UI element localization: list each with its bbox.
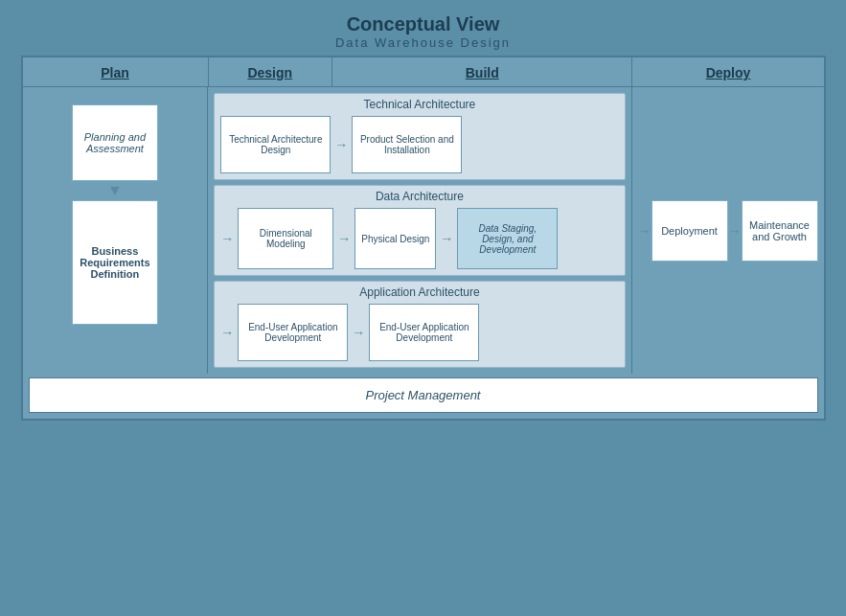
phase-build: Build	[332, 57, 632, 86]
main-title: Conceptual View	[335, 13, 511, 35]
arrow-data-2: →	[440, 231, 453, 246]
technical-architecture-panel: Technical Architecture Technical Archite…	[214, 93, 625, 180]
arrow-app-in: →	[220, 325, 234, 340]
data-architecture-title: Data Architecture	[220, 190, 618, 203]
arrow-deploy-in: →	[638, 223, 652, 239]
product-selection-box: Product Selection and Installation	[352, 116, 462, 173]
maintenance-box: Maintenance and Growth	[742, 200, 818, 262]
business-requirements-box: Business Requirements Definition	[72, 200, 158, 325]
phase-plan: Plan	[23, 57, 209, 86]
end-user-dev-box-1: End-User Application Development	[238, 304, 348, 361]
deployment-box: Deployment	[652, 200, 728, 262]
dimensional-modeling-box: Dimensional Modeling	[238, 208, 333, 269]
arrow-app-1: →	[352, 325, 365, 340]
application-architecture-title: Application Architecture	[220, 285, 618, 299]
arrow-deploy-1: →	[728, 223, 742, 239]
application-architecture-row: → End-User Application Development → End…	[220, 304, 618, 361]
arrow-data-in: →	[220, 231, 234, 246]
down-arrow-plan: ▼	[107, 183, 123, 198]
phase-design: Design	[209, 57, 332, 86]
application-architecture-panel: Application Architecture → End-User Appl…	[214, 281, 625, 368]
page-title: Conceptual View Data Warehouse Design	[335, 13, 511, 50]
phase-header-row: Plan Design Build Deploy	[23, 57, 824, 87]
physical-design-box: Physical Design	[354, 208, 436, 269]
main-diagram: Plan Design Build Deploy Planning and As…	[21, 56, 826, 421]
arrow-tech-1: →	[334, 137, 348, 152]
sub-title: Data Warehouse Design	[335, 35, 511, 50]
arrow-data-1: →	[337, 231, 351, 246]
technical-architecture-design-box: Technical Architecture Design	[220, 116, 331, 173]
data-architecture-panel: Data Architecture → Dimensional Modeling…	[214, 185, 625, 276]
project-management-bar: Project Management	[29, 377, 818, 413]
plan-section: Planning and Assessment ▼ Business Requi…	[23, 87, 209, 374]
data-architecture-row: → Dimensional Modeling → Physical Design…	[220, 208, 618, 269]
data-staging-box: Data Staging, Design, and Development	[457, 208, 558, 269]
phase-deploy: Deploy	[632, 57, 823, 86]
technical-architecture-title: Technical Architecture	[220, 98, 618, 111]
technical-architecture-row: Technical Architecture Design → Product …	[220, 116, 618, 173]
design-build-section: Technical Architecture Technical Archite…	[208, 87, 631, 374]
deploy-section: → Deployment → Maintenance and Growth	[632, 87, 824, 374]
main-body: Planning and Assessment ▼ Business Requi…	[23, 87, 824, 374]
planning-assessment-box: Planning and Assessment	[72, 104, 158, 181]
end-user-dev-box-2: End-User Application Development	[369, 304, 479, 361]
